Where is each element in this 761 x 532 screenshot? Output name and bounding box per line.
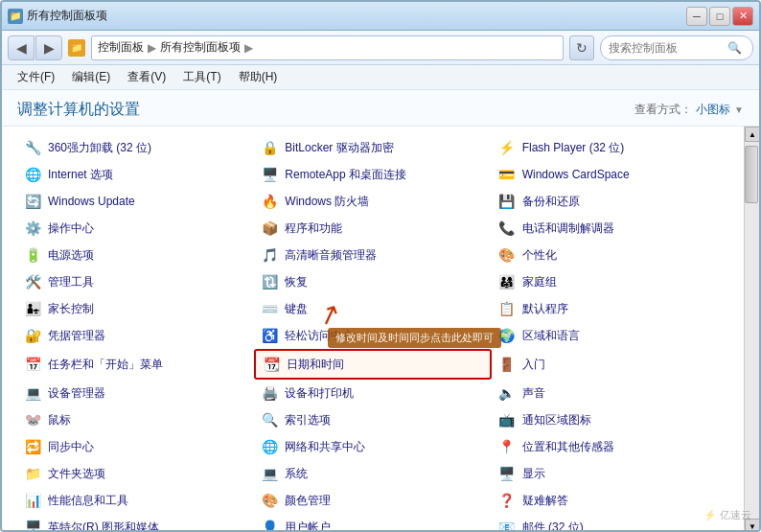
list-item[interactable]: ⚙️ 操作中心	[17, 215, 254, 242]
menu-help[interactable]: 帮助(H)	[231, 67, 286, 87]
list-item[interactable]: 📞 电话和调制解调器	[492, 215, 728, 242]
scroll-down-button[interactable]: ▼	[745, 519, 759, 532]
back-button[interactable]: ◀	[8, 35, 35, 60]
menu-edit[interactable]: 编辑(E)	[64, 67, 118, 87]
list-item[interactable]: 🌐 网络和共享中心	[254, 433, 491, 460]
list-item[interactable]: 📦 程序和功能	[254, 215, 491, 242]
item-icon: 🔥	[260, 192, 279, 211]
item-label: 颜色管理	[285, 493, 331, 509]
list-item[interactable]: 🔧 360强力卸载 (32 位)	[17, 134, 254, 161]
item-label: 电话和调制解调器	[522, 220, 614, 237]
list-item[interactable]: 🔒 BitLocker 驱动器加密	[254, 134, 491, 161]
forward-button[interactable]: ▶	[35, 35, 62, 60]
search-icon: 🔍	[727, 41, 742, 55]
item-icon: 💳	[497, 165, 517, 184]
folder-icon: 📁	[68, 39, 85, 57]
item-label: 英特尔(R) 图形和媒体	[48, 520, 159, 533]
item-icon: 🔒	[260, 138, 279, 157]
menu-tools[interactable]: 工具(T)	[175, 67, 228, 87]
item-label: 声音	[522, 385, 545, 402]
maximize-button[interactable]: □	[709, 7, 730, 26]
datetime-item[interactable]: 📆 日期和时间	[254, 349, 491, 380]
item-icon: 🌐	[260, 437, 279, 456]
list-item[interactable]: 🖨️ 设备和打印机	[254, 380, 491, 406]
vertical-scrollbar[interactable]: ▲ ▼	[744, 127, 759, 532]
item-label: 电源选项	[48, 247, 94, 264]
scroll-thumb[interactable]	[745, 146, 758, 203]
list-item[interactable]: 🌍 区域和语言	[492, 322, 728, 349]
list-item[interactable]: ❓ 疑难解答	[492, 487, 728, 514]
close-button[interactable]: ✕	[732, 7, 753, 26]
item-label: 360强力卸载 (32 位)	[48, 140, 151, 156]
list-item[interactable]: 🖥️ RemoteApp 和桌面连接	[254, 161, 491, 188]
list-item[interactable]: 👤 用户帐户	[254, 514, 491, 532]
menu-file[interactable]: 文件(F)	[10, 67, 62, 87]
list-item[interactable]: 🚪 入门	[492, 349, 728, 380]
list-item[interactable]: 🖥️ 显示	[492, 460, 728, 487]
list-item[interactable]: 🌐 Internet 选项	[17, 161, 254, 188]
list-item[interactable]: 👨‍👩‍👧 家庭组	[492, 268, 728, 295]
list-item[interactable]: 🔋 电源选项	[17, 242, 254, 268]
list-item[interactable]: 📋 默认程序	[492, 295, 728, 322]
list-item[interactable]: 📅 任务栏和「开始」菜单	[17, 349, 254, 380]
item-icon: 📍	[497, 437, 517, 456]
item-label: 默认程序	[522, 301, 568, 317]
list-item[interactable]: 📺 通知区域图标	[492, 406, 728, 433]
list-item[interactable]: 📊 性能信息和工具	[17, 487, 254, 514]
list-item[interactable]: 🛠️ 管理工具	[17, 268, 254, 295]
address-path[interactable]: 控制面板 ▶ 所有控制面板项 ▶	[91, 35, 564, 60]
list-item[interactable]: 🔈 声音	[492, 380, 728, 406]
item-icon: 👨‍👩‍👧	[497, 272, 517, 291]
window-title: 所有控制面板项	[27, 8, 107, 24]
search-box[interactable]: 🔍	[600, 35, 753, 60]
path-separator: ▶	[148, 41, 156, 55]
list-item[interactable]: 💻 设备管理器	[17, 380, 254, 406]
list-item[interactable]: 👨‍👧 家长控制	[17, 295, 254, 322]
item-icon: 🔈	[497, 383, 517, 403]
list-item[interactable]: ⚡ Flash Player (32 位)	[492, 134, 728, 161]
content-scroll-area: 🔧 360强力卸载 (32 位) 🔒 BitLocker 驱动器加密 ⚡ Fla…	[2, 127, 759, 532]
title-controls: ─ □ ✕	[686, 7, 753, 26]
item-label: 网络和共享中心	[285, 439, 365, 455]
datetime-label: 日期和时间	[287, 357, 344, 373]
list-item[interactable]: ♿ 轻松访问中心	[254, 322, 491, 349]
list-item[interactable]: 📍 位置和其他传感器	[492, 433, 728, 460]
list-item[interactable]: 🐭 鼠标	[17, 406, 254, 433]
list-item[interactable]: 🔐 凭据管理器	[17, 322, 254, 349]
minimize-button[interactable]: ─	[686, 7, 707, 26]
list-item[interactable]: 🔍 索引选项	[254, 406, 491, 433]
view-option[interactable]: 小图标	[696, 102, 730, 118]
list-item[interactable]: 💳 Windows CardSpace	[492, 161, 728, 188]
list-item[interactable]: ⌨️ 键盘	[254, 295, 491, 322]
item-label: 用户帐户	[285, 520, 331, 533]
list-item[interactable]: 🔥 Windows 防火墙	[254, 188, 491, 215]
item-icon: ♿	[260, 326, 279, 345]
menu-view[interactable]: 查看(V)	[120, 67, 173, 87]
title-icon: 📁	[8, 9, 23, 24]
list-item[interactable]: 🖥️ 英特尔(R) 图形和媒体	[17, 514, 254, 532]
list-item[interactable]: 🔄 Windows Update	[17, 188, 254, 215]
item-icon: ⌨️	[260, 299, 279, 318]
item-label: Internet 选项	[48, 167, 113, 183]
list-item[interactable]: 🔃 恢复	[254, 268, 491, 295]
list-item[interactable]: 💾 备份和还原	[492, 188, 728, 215]
scroll-track[interactable]	[745, 142, 759, 519]
item-label: 设备和打印机	[285, 385, 354, 402]
list-item[interactable]: 🎨 个性化	[492, 242, 728, 268]
search-input[interactable]	[609, 41, 724, 55]
list-item[interactable]: 🎵 高清晰音频管理器	[254, 242, 491, 268]
item-icon: 📊	[23, 491, 42, 510]
item-label: 操作中心	[48, 220, 94, 237]
item-label: 家庭组	[522, 274, 557, 290]
item-label: Flash Player (32 位)	[522, 140, 625, 156]
item-icon: 🛠️	[23, 272, 42, 291]
list-item[interactable]: 💻 系统	[254, 460, 491, 487]
item-icon: 💻	[260, 464, 279, 483]
item-label: 系统	[285, 466, 308, 482]
list-item[interactable]: 📁 文件夹选项	[17, 460, 254, 487]
list-item[interactable]: 🔁 同步中心	[17, 433, 254, 460]
list-item[interactable]: 📧 邮件 (32 位)	[492, 514, 728, 532]
list-item[interactable]: 🎨 颜色管理	[254, 487, 491, 514]
scroll-up-button[interactable]: ▲	[745, 127, 759, 142]
refresh-button[interactable]: ↻	[569, 35, 594, 60]
